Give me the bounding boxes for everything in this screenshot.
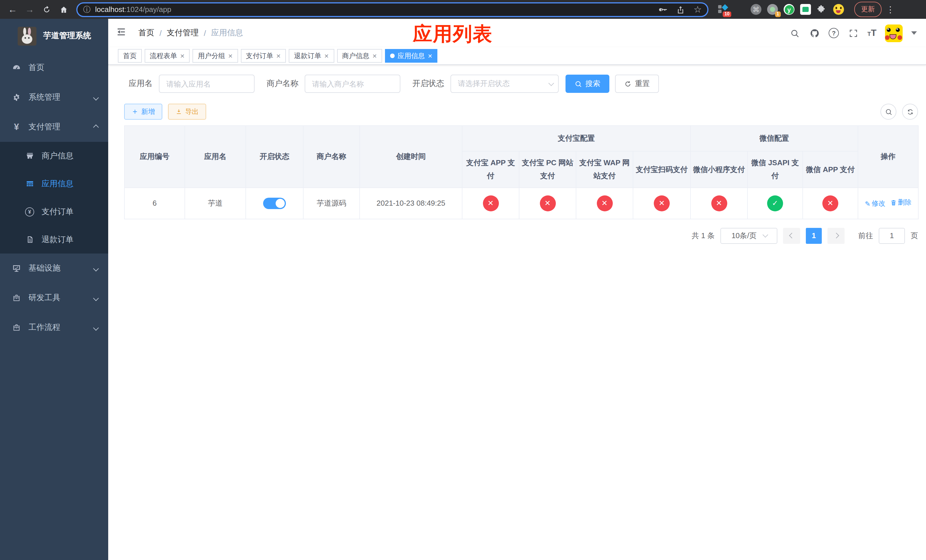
bookmark-star-icon[interactable] (691, 3, 704, 16)
page-size-select[interactable]: 10条/页 (720, 228, 777, 244)
sidebar-item-label: 首页 (29, 63, 44, 73)
sidebar-item-app-info[interactable]: 应用信息 (0, 170, 108, 198)
col-group-alipay: 支付宝配置 (462, 126, 690, 151)
back-icon[interactable] (6, 3, 20, 16)
briefcase-icon (12, 323, 21, 332)
breadcrumb-payment[interactable]: 支付管理 (167, 28, 199, 38)
user-avatar[interactable] (885, 24, 903, 42)
briefcase-icon (12, 294, 21, 303)
password-key-icon[interactable] (657, 3, 670, 16)
app-name-input[interactable] (159, 75, 254, 93)
extension-badge: 10 (723, 11, 731, 17)
cell-created-at: 2021-10-23 08:49:25 (360, 188, 462, 219)
tab-process-form[interactable]: 流程表单 (145, 49, 190, 63)
enabled-toggle[interactable] (263, 198, 286, 209)
export-button[interactable]: 导出 (168, 104, 206, 120)
col-header-alipay-wap: 支付宝 WAP 网站支付 (576, 151, 633, 188)
browser-toolbar: localhost:1024/pay/app 10 1 更新 (0, 0, 926, 19)
breadcrumb-separator (159, 29, 162, 38)
sidebar-item-label: 基础设施 (29, 263, 61, 274)
github-icon[interactable] (809, 27, 820, 39)
home-icon[interactable] (57, 3, 71, 16)
browser-menu-icon[interactable] (886, 4, 894, 15)
help-icon[interactable] (829, 28, 839, 38)
app-navbar: 首页 支付管理 应用信息 (108, 19, 926, 47)
tab-pay-orders[interactable]: 支付订单 (241, 49, 286, 63)
sidebar-item-workflow[interactable]: 工作流程 (0, 313, 108, 342)
close-icon[interactable] (372, 53, 377, 59)
sidebar-item-merchant-info[interactable]: 商户信息 (0, 142, 108, 170)
sidebar-item-pay-orders[interactable]: 支付订单 (0, 198, 108, 226)
goto-page-input[interactable] (879, 228, 905, 244)
sidebar-item-label: 商户信息 (42, 151, 73, 161)
breadcrumb-home[interactable]: 首页 (138, 28, 154, 38)
sidebar-item-payment[interactable]: 支付管理 (0, 112, 108, 142)
sidebar-item-label: 应用信息 (42, 179, 73, 189)
tab-refund-orders[interactable]: 退款订单 (289, 49, 334, 63)
tab-label: 应用信息 (398, 51, 425, 61)
url-bar[interactable]: localhost:1024/pay/app (76, 2, 708, 17)
search-button[interactable]: 搜索 (566, 75, 609, 93)
extension-gem-icon[interactable] (734, 4, 745, 15)
close-icon[interactable] (428, 53, 433, 59)
reset-button-label: 重置 (635, 79, 650, 89)
add-button[interactable]: 新增 (124, 104, 162, 120)
search-icon[interactable] (789, 27, 800, 39)
forward-icon[interactable] (23, 3, 36, 16)
app-logo-row[interactable]: 芋道管理系统 (0, 19, 108, 53)
tab-app-info[interactable]: 应用信息 (385, 49, 438, 63)
close-icon[interactable] (180, 53, 185, 59)
info-icon[interactable] (83, 4, 91, 15)
sidebar-item-home[interactable]: 首页 (0, 53, 108, 83)
share-icon[interactable] (674, 3, 687, 16)
sidebar-item-label: 研发工具 (29, 293, 61, 303)
update-button[interactable]: 更新 (854, 2, 882, 17)
table-toolbar: 新增 导出 (124, 104, 918, 120)
toggle-search-button[interactable] (881, 104, 896, 120)
tab-home[interactable]: 首页 (118, 49, 142, 63)
page-unit-label: 页 (911, 231, 918, 241)
page-number-button[interactable]: 1 (806, 228, 822, 244)
extension-badge: 1 (775, 11, 781, 17)
sidebar-item-infrastructure[interactable]: 基础设施 (0, 254, 108, 283)
sidebar-item-refund-orders[interactable]: 退款订单 (0, 226, 108, 254)
browser-profile-avatar[interactable] (833, 4, 844, 15)
extensions-puzzle-icon[interactable] (817, 4, 828, 15)
reload-icon[interactable] (40, 3, 53, 16)
close-icon[interactable] (228, 53, 233, 59)
browser-extensions: 10 1 (714, 4, 847, 15)
sidebar-item-system[interactable]: 系统管理 (0, 83, 108, 112)
reset-button[interactable]: 重置 (615, 75, 659, 93)
next-page-button[interactable] (828, 228, 844, 244)
close-icon[interactable] (324, 53, 329, 59)
status-select-placeholder: 请选择开启状态 (458, 79, 510, 89)
tab-user-group[interactable]: 用户分组 (193, 49, 238, 63)
export-button-label: 导出 (185, 107, 199, 117)
fullscreen-icon[interactable] (847, 27, 859, 39)
screen: localhost:1024/pay/app 10 1 更新 (0, 0, 926, 560)
add-button-label: 新增 (141, 107, 155, 117)
extension-tiles-icon[interactable]: 10 (717, 4, 728, 15)
collapse-sidebar-icon[interactable] (117, 27, 129, 39)
merchant-name-input[interactable] (305, 75, 400, 93)
tab-merchant-info[interactable]: 商户信息 (337, 49, 382, 63)
delete-link[interactable]: 删除 (890, 198, 911, 207)
prev-page-button[interactable] (783, 228, 800, 244)
caret-down-icon[interactable] (911, 31, 917, 35)
status-select[interactable]: 请选择开启状态 (451, 75, 559, 93)
download-icon (176, 108, 182, 115)
edit-link[interactable]: 修改 (865, 199, 885, 209)
sidebar-item-dev-tools[interactable]: 研发工具 (0, 283, 108, 313)
font-size-icon[interactable] (867, 28, 876, 38)
page-size-value: 10条/页 (731, 231, 757, 241)
extension-chat-icon[interactable] (800, 4, 811, 15)
close-icon[interactable] (276, 53, 281, 59)
yen-circle-icon (25, 207, 34, 216)
extension-command-icon[interactable] (750, 4, 761, 15)
extension-y-icon[interactable] (784, 4, 794, 15)
col-header-wechat-app: 微信 APP 支付 (803, 151, 858, 188)
app-title: 芋道管理系统 (43, 31, 91, 41)
extension-recorder-icon[interactable]: 1 (767, 4, 778, 15)
refresh-table-button[interactable] (902, 104, 918, 120)
chevron-right-icon (833, 233, 839, 239)
